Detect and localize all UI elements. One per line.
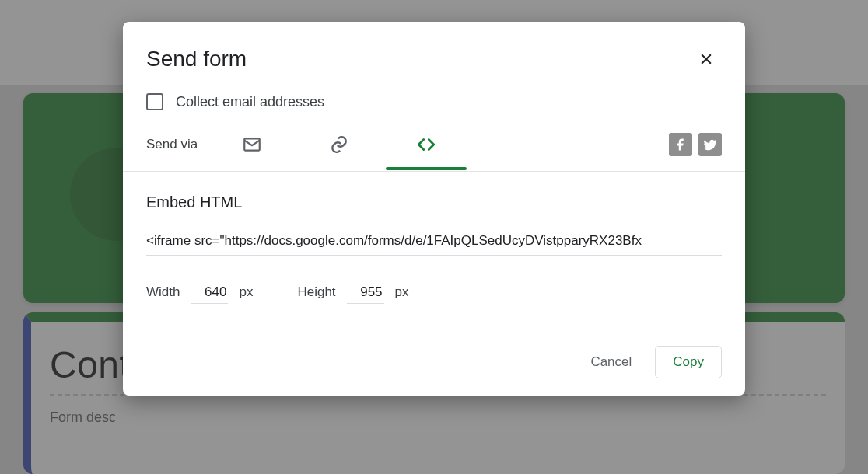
copy-button[interactable]: Copy bbox=[655, 346, 722, 378]
embed-section-title: Embed HTML bbox=[146, 193, 722, 211]
height-group: Height px bbox=[297, 283, 408, 304]
width-unit: px bbox=[239, 284, 253, 300]
email-icon bbox=[242, 134, 262, 155]
twitter-icon bbox=[703, 138, 717, 152]
height-input[interactable] bbox=[347, 283, 384, 304]
width-label: Width bbox=[146, 284, 180, 300]
tab-embed[interactable] bbox=[409, 127, 443, 162]
send-form-dialog: Send form Collect email addresses Send v… bbox=[123, 22, 745, 396]
collect-emails-checkbox[interactable] bbox=[146, 93, 163, 110]
send-via-row: Send via bbox=[123, 110, 745, 162]
height-unit: px bbox=[395, 284, 409, 300]
width-group: Width px bbox=[146, 283, 253, 304]
dimensions-row: Width px Height px bbox=[146, 279, 722, 307]
embed-html-input[interactable] bbox=[146, 230, 722, 256]
collect-emails-row: Collect email addresses bbox=[123, 75, 745, 110]
height-label: Height bbox=[297, 284, 335, 300]
dialog-title: Send form bbox=[146, 47, 247, 71]
dim-separator bbox=[275, 279, 275, 307]
share-facebook-button[interactable] bbox=[669, 133, 692, 156]
tab-link[interactable] bbox=[322, 127, 356, 162]
social-buttons bbox=[669, 133, 722, 156]
width-input[interactable] bbox=[191, 283, 228, 304]
close-icon bbox=[698, 51, 714, 67]
dialog-header: Send form bbox=[123, 44, 745, 75]
embed-section: Embed HTML Width px Height px bbox=[123, 172, 745, 307]
link-icon bbox=[329, 134, 349, 155]
facebook-icon bbox=[674, 138, 688, 152]
send-via-tabs bbox=[235, 127, 443, 162]
share-twitter-button[interactable] bbox=[698, 133, 722, 156]
embed-icon bbox=[416, 134, 436, 155]
dialog-actions: Cancel Copy bbox=[123, 307, 745, 378]
close-button[interactable] bbox=[691, 44, 722, 75]
collect-emails-label: Collect email addresses bbox=[176, 94, 324, 110]
tab-email[interactable] bbox=[235, 127, 269, 162]
send-via-label: Send via bbox=[146, 137, 198, 152]
cancel-button[interactable]: Cancel bbox=[573, 346, 649, 378]
